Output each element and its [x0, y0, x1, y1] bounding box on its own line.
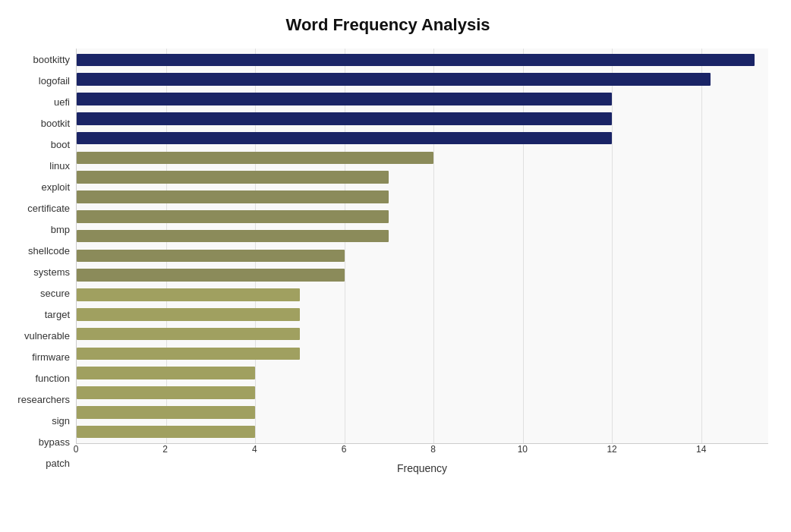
bar-row [77, 422, 768, 442]
bar-row [77, 128, 768, 148]
bar [77, 230, 389, 243]
y-label: exploit [41, 176, 70, 197]
bar [77, 152, 433, 165]
bar [77, 54, 755, 67]
y-label: firmware [32, 347, 70, 368]
x-axis-label: Frequency [76, 462, 768, 474]
y-label: logofail [39, 70, 70, 91]
bar-row [77, 148, 768, 168]
y-label: researchers [17, 389, 70, 411]
x-tick: 8 [430, 444, 436, 455]
bars-area [76, 49, 768, 444]
bar [77, 210, 389, 223]
bar-row [77, 50, 768, 70]
bar-row [77, 90, 768, 109]
bar [77, 269, 345, 282]
chart-title: Word Frequency Analysis [8, 15, 768, 35]
bottom-section: 02468101214 Frequency [76, 444, 768, 474]
bar-row [77, 246, 768, 266]
x-tick: 14 [696, 444, 706, 455]
bar [77, 288, 300, 301]
bar-row [77, 70, 768, 90]
y-label: secure [40, 283, 70, 304]
bar-row [77, 402, 768, 422]
bar [77, 112, 612, 125]
y-label: uefi [54, 91, 70, 112]
y-label: sign [52, 411, 70, 432]
y-label: vulnerable [24, 326, 70, 347]
bar-row [77, 344, 768, 364]
bar [77, 406, 255, 419]
bar [77, 348, 300, 360]
bar [77, 308, 300, 321]
bar [77, 93, 612, 105]
y-label: bootkitty [33, 49, 70, 70]
bar-row [77, 168, 768, 187]
x-tick: 12 [607, 444, 616, 455]
bar-row [77, 109, 768, 128]
y-label: linux [49, 155, 70, 176]
bar-row [77, 206, 768, 226]
bar [77, 73, 711, 86]
y-label: function [35, 368, 70, 389]
bar-row [77, 304, 768, 324]
x-tick: 10 [518, 444, 528, 455]
bar [77, 190, 389, 203]
y-label: bootkit [41, 112, 70, 134]
y-label: certificate [27, 197, 70, 219]
y-label: patch [46, 453, 70, 474]
bar-row [77, 187, 768, 207]
y-label: target [45, 304, 70, 326]
x-tick: 6 [342, 444, 347, 455]
bar-row [77, 226, 768, 246]
bars-wrapper [77, 49, 768, 443]
bar [77, 328, 300, 341]
bar-row [77, 285, 768, 305]
chart-container: Word Frequency Analysis bootkittylogofai… [0, 0, 791, 532]
y-label: bmp [51, 219, 70, 240]
x-ticks-row: 02468101214 [76, 444, 768, 459]
x-tick: 4 [252, 444, 257, 455]
y-label: bypass [39, 432, 70, 453]
bar-row [77, 266, 768, 285]
bar [77, 386, 255, 399]
bar [77, 426, 255, 439]
bar-row [77, 364, 768, 383]
bar [77, 171, 389, 184]
bar-row [77, 383, 768, 403]
bar [77, 367, 255, 379]
bars-and-xaxis: 02468101214 Frequency [76, 49, 768, 474]
y-axis: bootkittylogofailuefibootkitbootlinuxexp… [8, 49, 76, 474]
y-label: shellcode [28, 240, 70, 261]
bar [77, 132, 612, 145]
chart-area: bootkittylogofailuefibootkitbootlinuxexp… [8, 49, 768, 474]
bar-row [77, 324, 768, 344]
y-label: boot [51, 134, 70, 155]
x-tick: 0 [74, 444, 79, 455]
bar [77, 250, 345, 263]
x-tick: 2 [162, 444, 168, 455]
y-label: systems [33, 261, 70, 282]
